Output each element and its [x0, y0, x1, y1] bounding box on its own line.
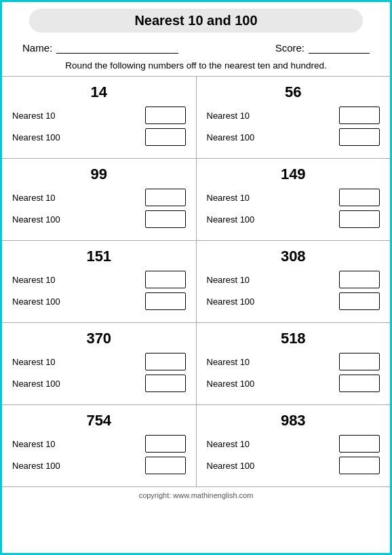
nearest10-answer-box[interactable] [145, 271, 186, 288]
nearest100-answer-box[interactable] [145, 128, 186, 146]
problem-cell-right: 518Nearest 10Nearest 100 [197, 323, 391, 404]
nearest100-label: Nearest 100 [207, 296, 255, 307]
nearest100-answer-box[interactable] [145, 292, 186, 310]
nearest100-answer-box[interactable] [339, 457, 380, 474]
nearest10-label: Nearest 10 [12, 357, 56, 367]
nearest100-answer-box[interactable] [145, 375, 186, 392]
nearest100-line: Nearest 100 [207, 292, 380, 310]
nearest10-answer-box[interactable] [145, 353, 186, 370]
problem-row: 754Nearest 10Nearest 100983Nearest 10Nea… [2, 405, 390, 487]
problem-row: 151Nearest 10Nearest 100308Nearest 10Nea… [2, 241, 390, 323]
instructions: Round the following numbers off to the n… [2, 58, 390, 76]
nearest10-line: Nearest 10 [12, 107, 186, 124]
problem-number: 370 [12, 330, 186, 347]
page-title: Nearest 10 and 100 [36, 13, 356, 28]
problem-cell-left: 99Nearest 10Nearest 100 [2, 159, 197, 240]
nearest10-label: Nearest 10 [12, 439, 56, 449]
nearest10-answer-box[interactable] [339, 271, 380, 288]
nearest10-line: Nearest 10 [207, 271, 380, 288]
problem-cell-left: 370Nearest 10Nearest 100 [2, 323, 197, 404]
nearest10-label: Nearest 10 [12, 111, 56, 121]
copyright: copyright: www.mathinenglish.com [2, 487, 390, 502]
problem-number: 149 [207, 166, 380, 183]
nearest100-line: Nearest 100 [207, 128, 380, 146]
nearest10-line: Nearest 10 [12, 189, 186, 206]
nearest100-line: Nearest 100 [12, 457, 186, 474]
nearest10-answer-box[interactable] [339, 353, 380, 370]
nearest100-label: Nearest 100 [207, 214, 255, 225]
score-label: Score: [275, 42, 305, 54]
nearest10-line: Nearest 10 [207, 353, 380, 370]
nearest100-label: Nearest 100 [207, 132, 255, 142]
nearest10-answer-box[interactable] [145, 107, 186, 124]
nearest100-label: Nearest 100 [207, 461, 255, 471]
nearest100-answer-box[interactable] [145, 210, 186, 228]
problem-number: 151 [12, 248, 186, 265]
nearest100-line: Nearest 100 [12, 210, 186, 228]
nearest10-label: Nearest 10 [207, 111, 250, 121]
score-input-line[interactable] [309, 43, 370, 54]
nearest100-label: Nearest 100 [12, 461, 60, 471]
name-input-line[interactable] [56, 43, 178, 54]
nearest100-line: Nearest 100 [207, 457, 380, 474]
nearest10-label: Nearest 10 [12, 275, 56, 285]
nearest10-line: Nearest 10 [207, 189, 380, 206]
problem-number: 14 [12, 83, 186, 101]
problem-number: 56 [207, 83, 380, 101]
nearest100-answer-box[interactable] [339, 292, 380, 310]
nearest100-line: Nearest 100 [12, 292, 186, 310]
nearest100-line: Nearest 100 [12, 375, 186, 392]
problem-number: 99 [12, 166, 186, 183]
nearest100-answer-box[interactable] [339, 128, 380, 146]
problem-cell-right: 308Nearest 10Nearest 100 [197, 241, 391, 322]
nearest100-answer-box[interactable] [145, 457, 186, 474]
problems-grid: 14Nearest 10Nearest 10056Nearest 10Neare… [2, 76, 390, 487]
nearest10-answer-box[interactable] [339, 107, 380, 124]
problem-cell-right: 983Nearest 10Nearest 100 [197, 405, 391, 486]
problem-cell-left: 754Nearest 10Nearest 100 [2, 405, 197, 486]
problem-row: 99Nearest 10Nearest 100149Nearest 10Near… [2, 159, 390, 241]
name-label: Name: [22, 42, 52, 54]
nearest10-answer-box[interactable] [339, 189, 380, 206]
nearest10-label: Nearest 10 [207, 439, 250, 449]
nearest100-line: Nearest 100 [207, 375, 380, 392]
problem-number: 518 [207, 330, 380, 347]
nearest100-label: Nearest 100 [12, 214, 60, 225]
problem-number: 308 [207, 248, 380, 265]
problem-row: 14Nearest 10Nearest 10056Nearest 10Neare… [2, 77, 390, 159]
title-bar: Nearest 10 and 100 [29, 9, 363, 33]
problem-cell-right: 56Nearest 10Nearest 100 [197, 77, 391, 158]
nearest100-label: Nearest 100 [12, 132, 60, 142]
nearest100-label: Nearest 100 [12, 296, 60, 307]
nearest10-label: Nearest 10 [207, 193, 250, 203]
problem-number: 983 [207, 412, 380, 429]
nearest10-line: Nearest 10 [12, 271, 186, 288]
nearest10-line: Nearest 10 [12, 353, 186, 370]
nearest10-answer-box[interactable] [339, 435, 380, 453]
score-section: Score: [275, 42, 370, 54]
nearest10-answer-box[interactable] [145, 435, 186, 453]
name-score-row: Name: Score: [2, 38, 390, 58]
nearest100-answer-box[interactable] [339, 375, 380, 392]
name-section: Name: [22, 42, 178, 54]
problem-cell-right: 149Nearest 10Nearest 100 [197, 159, 391, 240]
nearest10-line: Nearest 10 [207, 107, 380, 124]
nearest100-label: Nearest 100 [207, 379, 255, 389]
nearest10-label: Nearest 10 [12, 193, 56, 203]
nearest100-line: Nearest 100 [207, 210, 380, 228]
problem-row: 370Nearest 10Nearest 100518Nearest 10Nea… [2, 323, 390, 405]
problem-cell-left: 151Nearest 10Nearest 100 [2, 241, 197, 322]
nearest100-label: Nearest 100 [12, 379, 60, 389]
problem-cell-left: 14Nearest 10Nearest 100 [2, 77, 197, 158]
nearest10-line: Nearest 10 [207, 435, 380, 453]
nearest10-line: Nearest 10 [12, 435, 186, 453]
nearest10-label: Nearest 10 [207, 275, 250, 285]
nearest10-label: Nearest 10 [207, 357, 250, 367]
nearest100-line: Nearest 100 [12, 128, 186, 146]
nearest10-answer-box[interactable] [145, 189, 186, 206]
problem-number: 754 [12, 412, 186, 429]
nearest100-answer-box[interactable] [339, 210, 380, 228]
